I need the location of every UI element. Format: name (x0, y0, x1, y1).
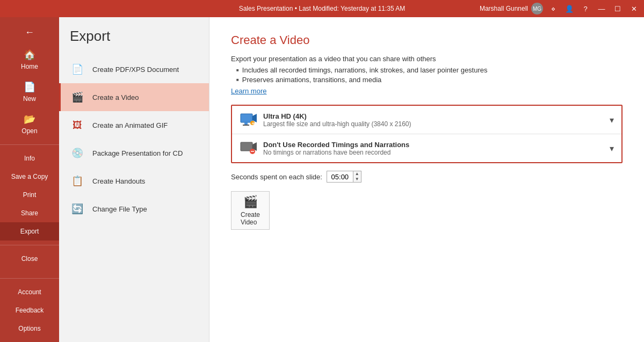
seconds-arrows: ▲ ▼ (353, 171, 361, 182)
designer-icon[interactable]: ⋄ (547, 3, 559, 14)
sidebar-item-account[interactable]: Account (0, 283, 59, 301)
quality-dropdown[interactable]: ▾ (610, 115, 614, 125)
menu-item-package-cd[interactable]: 💿 Package Presentation for CD (59, 139, 209, 167)
quality-option-subtitle: Largest file size and ultra-high quality… (263, 120, 603, 128)
close-button[interactable]: ✕ (628, 3, 640, 14)
content-area: Create a Video Export your presentation … (209, 17, 644, 342)
sidebar-label-home: Home (21, 63, 38, 70)
sidebar-item-options[interactable]: Options (0, 319, 59, 338)
seconds-row: Seconds spent on each slide: ▲ ▼ (231, 171, 623, 183)
sidebar-item-new[interactable]: 📄 New (0, 76, 59, 108)
narration-option-subtitle: No timings or narrations have been recor… (263, 149, 603, 156)
sidebar-label-account: Account (18, 288, 41, 296)
sidebar-label-share: Share (21, 209, 38, 217)
bullet-item-1: Includes all recorded timings, narration… (236, 66, 623, 74)
options-box: 4K Ultra HD (4K) Largest file size and u… (231, 105, 623, 163)
svg-rect-2 (244, 122, 248, 125)
sidebar-item-home[interactable]: 🏠 Home (0, 43, 59, 76)
create-video-label: CreateVideo (241, 211, 260, 226)
video-icon: 🎬 (70, 90, 85, 105)
menu-label-create-pdf: Create PDF/XPS Document (92, 66, 179, 74)
learn-more-link[interactable]: Learn more (231, 87, 266, 95)
open-icon: 📂 (24, 113, 35, 125)
back-icon: ← (25, 27, 34, 38)
sidebar: ← 🏠 Home 📄 New 📂 Open Info Save a Copy (0, 17, 59, 342)
narration-dropdown[interactable]: ▾ (610, 143, 614, 154)
narration-option-title: Don't Use Recorded Timings and Narration… (263, 141, 603, 149)
quality-option-row: 4K Ultra HD (4K) Largest file size and u… (232, 106, 621, 134)
create-video-button[interactable]: 🎬 CreateVideo (231, 191, 270, 230)
content-description: Export your presentation as a video that… (231, 55, 623, 63)
sidebar-item-print[interactable]: Print (0, 186, 59, 204)
menu-panel: Export 📄 Create PDF/XPS Document 🎬 Creat… (59, 17, 209, 342)
seconds-label: Seconds spent on each slide: (231, 173, 322, 181)
menu-label-create-video: Create a Video (92, 93, 139, 101)
sidebar-label-export: Export (20, 228, 39, 235)
quality-option-text: Ultra HD (4K) Largest file size and ultr… (263, 112, 603, 128)
sidebar-item-save-copy[interactable]: Save a Copy (0, 168, 59, 186)
avatar: MG (531, 3, 543, 14)
create-video-icon: 🎬 (243, 195, 258, 209)
doc-info: Sales Presentation • Last Modified: Yest… (239, 5, 406, 12)
sidebar-label-feedback: Feedback (16, 307, 44, 314)
minimize-button[interactable]: — (596, 3, 607, 14)
cd-icon: 💿 (70, 145, 85, 161)
sidebar-label-options: Options (18, 325, 40, 332)
menu-item-create-handouts[interactable]: 📋 Create Handouts (59, 167, 209, 195)
sidebar-label-new: New (23, 95, 36, 103)
bullet-list: Includes all recorded timings, narration… (236, 66, 623, 84)
sidebar-label-info: Info (24, 155, 35, 162)
title-bar: Sales Presentation • Last Modified: Yest… (0, 0, 644, 17)
sidebar-item-open[interactable]: 📂 Open (0, 108, 59, 140)
svg-rect-0 (241, 114, 252, 122)
menu-label-create-handouts: Create Handouts (92, 177, 145, 185)
seconds-input[interactable]: ▲ ▼ (327, 171, 361, 183)
menu-label-create-gif: Create an Animated GIF (92, 121, 168, 129)
menu-item-create-gif[interactable]: 🖼 Create an Animated GIF (59, 111, 209, 139)
svg-text:4K: 4K (252, 122, 256, 125)
menu-item-create-video[interactable]: 🎬 Create a Video (59, 83, 209, 111)
svg-rect-3 (243, 125, 249, 126)
quality-icon: 4K (240, 111, 257, 128)
back-button[interactable]: ← (0, 21, 59, 43)
home-icon: 🏠 (24, 49, 35, 61)
quality-option-title: Ultra HD (4K) (263, 112, 603, 120)
gif-icon: 🖼 (70, 118, 85, 133)
menu-label-change-type: Change File Type (92, 205, 147, 213)
sidebar-item-feedback[interactable]: Feedback (0, 301, 59, 319)
narration-icon (240, 140, 257, 157)
sidebar-item-export[interactable]: Export (0, 222, 59, 241)
sidebar-item-share[interactable]: Share (0, 204, 59, 222)
seconds-up[interactable]: ▲ (353, 171, 361, 177)
content-title: Create a Video (231, 33, 623, 47)
narration-option-text: Don't Use Recorded Timings and Narration… (263, 141, 603, 156)
sidebar-label-print: Print (23, 191, 37, 199)
sidebar-label-close: Close (21, 255, 38, 263)
narration-option-row: Don't Use Recorded Timings and Narration… (232, 134, 621, 162)
sidebar-item-close[interactable]: Close (0, 250, 59, 268)
maximize-button[interactable]: ☐ (612, 3, 624, 14)
title-bar-right: Marshall Gunnell MG ⋄ 👤 ? — ☐ ✕ (480, 3, 640, 14)
search-icon[interactable]: 👤 (563, 3, 575, 14)
sidebar-label-save-copy: Save a Copy (11, 173, 48, 180)
sidebar-top: ← 🏠 Home 📄 New 📂 Open Info Save a Copy (0, 17, 59, 274)
new-icon: 📄 (24, 81, 35, 93)
sidebar-item-info[interactable]: Info (0, 149, 59, 168)
handouts-icon: 📋 (70, 173, 85, 188)
menu-item-change-type[interactable]: 🔄 Change File Type (59, 195, 209, 223)
bullet-item-2: Preserves animations, transitions, and m… (236, 76, 623, 84)
user-info: Marshall Gunnell MG (480, 3, 543, 14)
sidebar-bottom: Account Feedback Options (0, 274, 59, 342)
pdf-icon: 📄 (70, 62, 85, 77)
menu-item-create-pdf[interactable]: 📄 Create PDF/XPS Document (59, 55, 209, 83)
page-title: Export (59, 28, 209, 55)
seconds-value[interactable] (327, 172, 353, 182)
change-type-icon: 🔄 (70, 201, 85, 216)
main-layout: ← 🏠 Home 📄 New 📂 Open Info Save a Copy (0, 17, 644, 342)
seconds-down[interactable]: ▼ (353, 177, 361, 182)
help-button[interactable]: ? (580, 3, 591, 14)
user-name: Marshall Gunnell (480, 5, 528, 12)
sidebar-label-open: Open (21, 127, 37, 135)
menu-label-package-cd: Package Presentation for CD (92, 149, 183, 157)
